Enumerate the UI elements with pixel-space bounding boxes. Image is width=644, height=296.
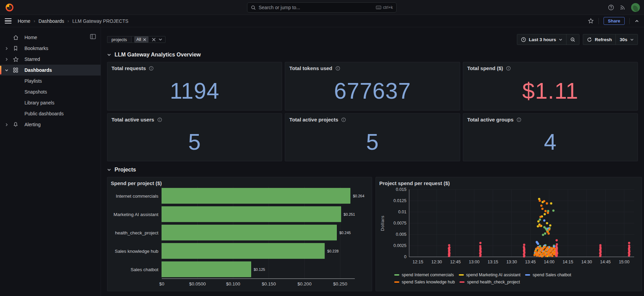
sidebar-item-dashboards[interactable]: Dashboards — [0, 65, 101, 76]
legend-item[interactable]: spend health_check_project — [459, 280, 520, 284]
chevron-down-icon[interactable] — [0, 68, 13, 72]
data-point[interactable] — [540, 247, 542, 249]
data-point[interactable] — [479, 242, 482, 244]
filter-value-box[interactable]: All — [131, 36, 166, 43]
legend-item[interactable]: spend Sales chatbot — [525, 273, 571, 277]
row-projects-toggle[interactable]: Projects — [107, 165, 638, 175]
legend-item[interactable]: spend Sales knowledge hub — [394, 280, 455, 284]
data-point[interactable] — [523, 244, 525, 246]
filter-chip-all[interactable]: All — [134, 36, 149, 43]
info-icon[interactable] — [149, 66, 154, 71]
data-point[interactable] — [548, 252, 550, 254]
info-icon[interactable] — [341, 117, 346, 122]
share-button[interactable]: Share — [604, 17, 625, 25]
data-point[interactable] — [551, 255, 554, 257]
data-point[interactable] — [534, 250, 537, 253]
data-point[interactable] — [542, 234, 544, 236]
help-icon[interactable] — [608, 4, 614, 11]
legend-item[interactable]: spend Internet commercials — [394, 273, 454, 277]
data-point[interactable] — [448, 244, 450, 246]
sidebar-item-library-panels[interactable]: Library panels — [0, 97, 101, 108]
bar[interactable] — [162, 243, 325, 259]
chevron-up-icon[interactable] — [634, 19, 639, 23]
data-point[interactable] — [541, 208, 544, 210]
data-point[interactable] — [539, 216, 542, 218]
user-avatar[interactable] — [631, 3, 640, 12]
grafana-logo[interactable] — [5, 3, 14, 12]
data-point[interactable] — [544, 213, 546, 215]
refresh-button[interactable]: Refresh — [583, 34, 615, 45]
data-point[interactable] — [550, 202, 553, 205]
data-point[interactable] — [547, 232, 550, 235]
info-icon[interactable] — [506, 66, 511, 71]
scatter-chart[interactable]: 00.00250.0050.00750.010.01250.01512:1512… — [379, 186, 638, 271]
chevron-right-icon[interactable] — [0, 47, 13, 50]
data-point[interactable] — [540, 204, 543, 207]
data-point[interactable] — [599, 244, 602, 246]
news-icon[interactable] — [620, 4, 626, 11]
bar-chart[interactable]: Internet commercials$0.264Marketing AI a… — [111, 186, 368, 287]
menu-toggle-icon[interactable] — [5, 18, 12, 24]
data-point[interactable] — [541, 255, 543, 258]
data-point[interactable] — [537, 243, 539, 245]
data-point[interactable] — [546, 222, 548, 225]
zoom-out-button[interactable] — [566, 34, 579, 45]
sidebar-item-home[interactable]: Home — [0, 32, 101, 43]
row-overview-toggle[interactable]: LLM Gateway Analytics Overview — [107, 50, 638, 60]
data-point[interactable] — [545, 255, 547, 257]
data-point[interactable] — [539, 225, 542, 227]
data-point[interactable] — [543, 251, 545, 253]
clear-icon[interactable] — [152, 38, 156, 42]
bar[interactable] — [162, 207, 341, 222]
sidebar-item-public-dashboards[interactable]: Public dashboards — [0, 108, 101, 119]
data-point[interactable] — [547, 212, 549, 214]
data-point[interactable] — [537, 220, 540, 223]
favorite-star-icon[interactable] — [588, 18, 594, 24]
refresh-interval-picker[interactable]: 30s — [615, 34, 638, 45]
data-point[interactable] — [550, 247, 552, 249]
info-icon[interactable] — [335, 66, 340, 71]
info-icon[interactable] — [517, 117, 521, 122]
data-point[interactable] — [537, 225, 539, 228]
data-point[interactable] — [544, 232, 546, 235]
data-point[interactable] — [552, 210, 555, 212]
data-point[interactable] — [544, 246, 546, 248]
breadcrumb-home[interactable]: Home — [18, 18, 30, 24]
data-point[interactable] — [556, 239, 558, 242]
data-point[interactable] — [546, 202, 548, 205]
data-point[interactable] — [556, 243, 558, 246]
data-point[interactable] — [539, 218, 541, 221]
data-point[interactable] — [549, 224, 552, 227]
data-point[interactable] — [548, 228, 551, 231]
data-point[interactable] — [543, 200, 545, 202]
sidebar-item-bookmarks[interactable]: Bookmarks — [0, 43, 101, 54]
legend-item[interactable]: spend Marketing AI assistant — [459, 273, 521, 277]
data-point[interactable] — [544, 210, 547, 212]
chevron-down-icon[interactable] — [158, 37, 162, 42]
data-point[interactable] — [628, 242, 630, 244]
bar[interactable] — [162, 225, 337, 240]
bar[interactable] — [162, 188, 350, 203]
time-range-picker[interactable]: Last 3 hours — [517, 34, 566, 45]
data-point[interactable] — [546, 246, 549, 249]
data-point[interactable] — [543, 219, 545, 222]
data-point[interactable] — [523, 246, 525, 248]
chevron-right-icon[interactable] — [0, 57, 13, 61]
data-point[interactable] — [552, 247, 554, 250]
data-point[interactable] — [539, 200, 541, 202]
sidebar-item-alerting[interactable]: Alerting — [0, 119, 101, 130]
breadcrumb-dashboards[interactable]: Dashboards — [38, 18, 64, 24]
data-point[interactable] — [549, 254, 551, 257]
data-point[interactable] — [551, 249, 553, 251]
sidebar-item-snapshots[interactable]: Snapshots — [0, 86, 101, 97]
info-icon[interactable] — [157, 117, 162, 122]
data-point[interactable] — [537, 246, 539, 249]
data-point[interactable] — [479, 245, 482, 247]
data-point[interactable] — [448, 246, 451, 249]
search-input[interactable]: Search or jump to... ctrl+k — [247, 2, 397, 13]
data-point[interactable] — [628, 245, 630, 247]
chevron-right-icon[interactable] — [0, 123, 13, 127]
sidebar-item-playlists[interactable]: Playlists — [0, 76, 101, 86]
sidebar-item-starred[interactable]: Starred — [0, 54, 101, 65]
bar[interactable] — [162, 262, 251, 277]
